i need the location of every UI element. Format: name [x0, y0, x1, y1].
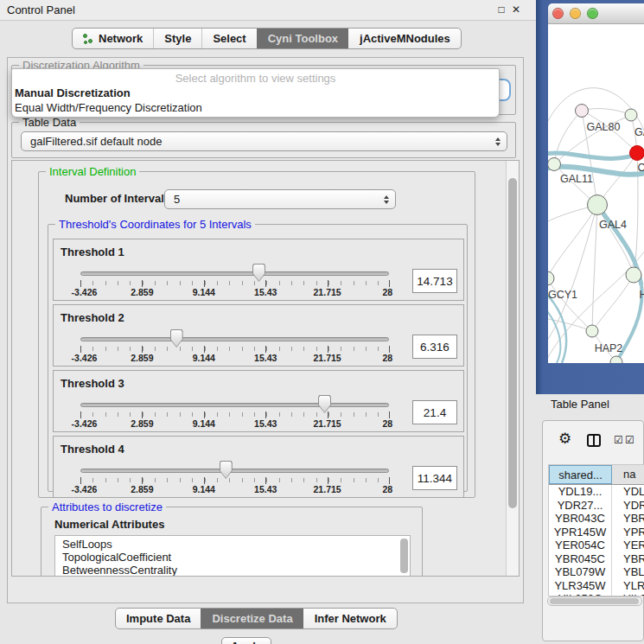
attribute-item[interactable]: SelfLoops	[62, 538, 410, 551]
minimize-light-icon[interactable]	[570, 8, 581, 19]
table-row[interactable]: YER054CYER0	[549, 539, 644, 552]
tab-jactivemnodules[interactable]: jActiveMNodules	[348, 29, 461, 48]
network-icon	[83, 33, 94, 45]
attribute-item[interactable]: TopologicalCoefficient	[62, 551, 410, 564]
tab-select[interactable]: Select	[201, 29, 256, 48]
network-node[interactable]	[586, 325, 598, 337]
table-data-group-title: Table Data	[19, 116, 80, 129]
zoom-light-icon[interactable]	[587, 8, 598, 19]
number-of-intervals-combobox[interactable]: 5	[164, 189, 396, 209]
algorithm-option-manual[interactable]: Manual Discretization	[15, 86, 131, 99]
tick-label: 9.144	[193, 287, 215, 297]
interval-definition-title: Interval Definition	[46, 165, 139, 178]
checkbox-icon[interactable]: ☑	[625, 435, 634, 445]
attributes-group-title: Attributes to discretize	[48, 501, 166, 513]
tab-label: Style	[164, 32, 191, 45]
table-panel-title: Table Panel	[551, 398, 609, 411]
tab-cyni-toolbox[interactable]: Cyni Toolbox	[257, 29, 348, 48]
slider-thumb-icon[interactable]	[252, 264, 265, 282]
control-panel-tab-bar: NetworkStyleSelectCyni ToolboxjActiveMNo…	[72, 28, 462, 49]
slider-track[interactable]	[80, 469, 389, 473]
tab-style[interactable]: Style	[153, 29, 201, 48]
table-row[interactable]: YLR345WYLR3	[549, 579, 644, 593]
settings-gear-icon[interactable]: ⚙	[558, 431, 571, 446]
network-graph: GAL80GACGAL11GAL4GCY1HHAP2	[548, 24, 644, 363]
table-row[interactable]: YBL079WYBL0	[549, 565, 644, 579]
network-node[interactable]	[576, 105, 589, 118]
close-light-icon[interactable]	[552, 8, 564, 19]
float-window-icon[interactable]: □	[494, 3, 508, 16]
tab-label: Cyni Toolbox	[268, 32, 338, 45]
table-row[interactable]: YDL19...YDL1	[549, 485, 644, 499]
settings-scrollpane: Interval Definition Number of Intervals …	[11, 160, 520, 577]
network-node[interactable]	[626, 267, 641, 283]
cyni-bottom-tab-bar: Impute DataDiscretize DataInfer Network	[115, 608, 398, 629]
traffic-lights	[552, 8, 604, 22]
tick-label: -3.426	[72, 484, 98, 494]
tick-label: 9.144	[193, 353, 215, 363]
scrollbar-thumb[interactable]	[550, 598, 639, 604]
tab-label: Network	[99, 32, 143, 45]
tick-label: 21.715	[314, 418, 341, 429]
table-body: YDL19...YDL1YDR27...YDR2YBR043CYBR0YPR14…	[549, 485, 644, 596]
table-row[interactable]: YBR045CYBR0	[549, 552, 644, 566]
tick-label: 15.43	[254, 418, 277, 429]
tab-infer-network[interactable]: Infer Network	[303, 609, 397, 628]
slider-thumb-icon[interactable]	[170, 329, 183, 348]
network-canvas[interactable]: GAL80GACGAL11GAL4GCY1HHAP2	[548, 24, 644, 363]
tick-label: 9.144	[193, 418, 215, 429]
checkbox-icon[interactable]: ☑	[614, 435, 623, 445]
apply-button[interactable]: Apply	[221, 637, 271, 644]
tick-label: 28	[382, 287, 392, 297]
network-node[interactable]	[548, 271, 554, 285]
algorithm-option-equal-width[interactable]: Equal Width/Frequency Discretization	[15, 101, 202, 114]
attributes-scrollbar[interactable]	[400, 539, 408, 573]
network-edge	[548, 205, 597, 278]
slider-track[interactable]	[80, 403, 389, 407]
slider-tick-labels: -3.4262.8599.14415.4321.71528	[80, 484, 389, 495]
slider-track[interactable]	[80, 337, 389, 341]
algorithm-placeholder-option[interactable]: Select algorithm to view settings	[12, 72, 499, 85]
close-panel-icon[interactable]: ✕	[509, 3, 523, 16]
network-node[interactable]	[588, 195, 608, 215]
tab-impute-data[interactable]: Impute Data	[116, 609, 201, 628]
table-row[interactable]: YBR043CYBR0	[549, 512, 644, 526]
tick-label: 28	[382, 353, 392, 363]
network-edge	[592, 275, 634, 331]
network-node[interactable]	[630, 146, 644, 161]
split-columns-icon[interactable]	[587, 434, 601, 447]
tab-network[interactable]: Network	[73, 29, 153, 48]
network-window-titlebar[interactable]	[548, 3, 644, 24]
network-node[interactable]	[548, 158, 561, 171]
scrollbar-thumb[interactable]	[508, 178, 517, 508]
node-label: GAL11	[560, 173, 593, 185]
column-header-shared-name[interactable]: shared...	[549, 465, 612, 484]
tick-label: 28	[382, 484, 392, 494]
tick-label: 28	[382, 418, 392, 429]
numerical-attributes-label: Numerical Attributes	[54, 518, 164, 531]
slider-thumb-icon[interactable]	[220, 461, 233, 479]
column-header-name[interactable]: na	[612, 465, 644, 484]
table-data-group: Table Data galFiltered.sif default node	[11, 122, 516, 158]
threshold-value-field[interactable]: 21.4	[412, 400, 457, 424]
slider-track[interactable]	[80, 271, 389, 276]
network-node[interactable]	[625, 109, 637, 121]
tab-discretize-data[interactable]: Discretize Data	[201, 609, 303, 628]
slider-thumb-icon[interactable]	[318, 395, 331, 413]
threshold-value-field[interactable]: 11.344	[412, 466, 457, 490]
slider-tick-labels: -3.4262.8599.14415.4321.71528	[80, 418, 389, 430]
table-row[interactable]: YPR145WYPR1	[549, 526, 644, 539]
attribute-item[interactable]: BetweennessCentrality	[62, 564, 410, 577]
control-panel-title: Control Panel	[7, 3, 75, 16]
table-horizontal-scrollbar[interactable]	[547, 596, 642, 606]
table-panel: ⚙ ☑ ☑ shared... na YDL19...YDL1YDR27...Y…	[542, 420, 644, 641]
tick-label: 9.144	[193, 484, 215, 494]
threshold-value-field[interactable]: 6.316	[412, 335, 457, 359]
threshold-value-field[interactable]: 14.713	[412, 269, 457, 293]
number-of-intervals-value: 5	[174, 193, 180, 206]
table-row[interactable]: YDR27...YDR2	[549, 499, 644, 513]
node-label: H	[639, 289, 644, 301]
table-data-combobox[interactable]: galFiltered.sif default node	[21, 131, 507, 151]
settings-vertical-scrollbar[interactable]	[506, 161, 519, 576]
tick-label: 2.859	[131, 353, 153, 363]
